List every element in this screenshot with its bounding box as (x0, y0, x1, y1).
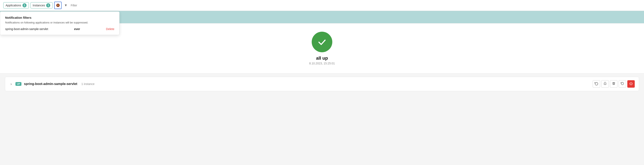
notification-duration: ever (74, 27, 80, 31)
instances-tab[interactable]: Instances 1 (30, 2, 53, 8)
notification-dropdown-subtitle: Notifications on following applications … (5, 21, 114, 24)
instances-count: 1 (46, 3, 50, 7)
status-label: all up (316, 56, 328, 61)
restart-button[interactable] (619, 80, 626, 88)
notify-button[interactable] (601, 80, 609, 88)
notification-app-name: spring-boot-admin-sample-servlet (5, 27, 48, 31)
instance-count: 1 instance (82, 82, 94, 86)
history-icon (594, 82, 598, 86)
filter-input[interactable] (70, 3, 641, 8)
status-circle (312, 32, 332, 52)
restart-icon (621, 82, 624, 86)
top-bar: Applications 1 Instances 1 🔕 ▼ Notificat… (0, 0, 644, 11)
app-name: spring-boot-admin-sample-servlet (24, 82, 77, 86)
filter-icon: ▼ (64, 3, 67, 7)
filter-icon-button[interactable]: ▼ (63, 3, 68, 8)
bell-icon (604, 82, 607, 86)
notification-filter-button[interactable]: 🔕 (54, 2, 62, 9)
app-row-actions (593, 80, 635, 88)
applications-count: 1 (22, 3, 26, 7)
applications-label: Applications (6, 4, 21, 7)
applications-tab[interactable]: Applications 1 (3, 2, 29, 8)
app-list-row: › UP spring-boot-admin-sample-servlet 1 … (5, 77, 639, 91)
history-button[interactable] (593, 80, 600, 88)
notification-delete-button[interactable]: Delete (106, 27, 114, 31)
notification-dropdown-title: Notification filters (5, 16, 114, 19)
notification-filter-row: spring-boot-admin-sample-servlet ever De… (5, 27, 114, 31)
notification-dropdown: Notification filters Notifications on fo… (0, 11, 120, 35)
bell-off-icon: 🔕 (56, 3, 60, 7)
shutdown-button[interactable] (627, 80, 635, 88)
up-badge: UP (16, 82, 22, 86)
checkmark-icon (317, 37, 327, 47)
instances-label: Instances (33, 4, 45, 7)
trash-icon (612, 82, 615, 86)
power-icon (629, 82, 633, 86)
expand-chevron-button[interactable]: › (9, 81, 13, 87)
app-row-left: › UP spring-boot-admin-sample-servlet 1 … (9, 81, 94, 87)
delete-button[interactable] (610, 80, 618, 88)
status-time: 8.10.2023, 15:25:01 (309, 62, 335, 65)
